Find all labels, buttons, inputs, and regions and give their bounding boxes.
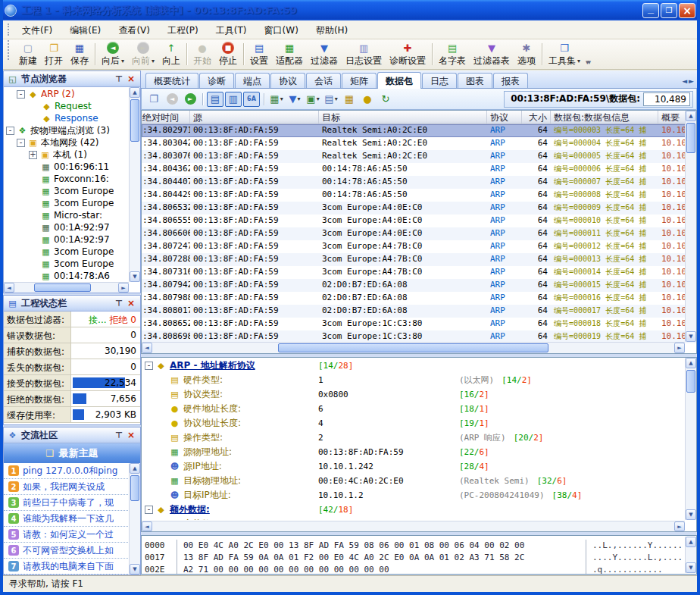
detail-row[interactable]: ▥ 字节数: 18 bytes [42/18] bbox=[142, 517, 684, 520]
topic-item[interactable]: 2 如果，我把网关设成 bbox=[4, 479, 140, 495]
detail-row[interactable]: ● 协议地址长度: 4 [19/1] bbox=[142, 416, 684, 431]
view-tab[interactable]: 数据包 bbox=[377, 72, 421, 89]
detail-row[interactable]: ☻ 源IP地址: 10.10.1.242 [28/4] bbox=[142, 459, 684, 474]
tree-item[interactable]: ▦ 3com Europe bbox=[4, 246, 140, 258]
pin-icon[interactable] bbox=[113, 298, 125, 308]
column-header-source[interactable]: 源 bbox=[190, 111, 319, 124]
filter-table-button[interactable]: ▼ 过滤器表 bbox=[470, 40, 514, 68]
toolset-button[interactable]: ❒ 工具集 ▾ bbox=[545, 40, 584, 68]
forward-button[interactable]: ► 向前 ▾ bbox=[128, 40, 158, 68]
detail-row[interactable]: - ◆ ARP - 地址解析协议 [14/28] bbox=[142, 359, 684, 373]
send-packet-icon[interactable]: ▦ bbox=[341, 92, 358, 107]
packet-row[interactable]: :34.803042 00:13:8F:AD:FA:59 Realtek Sem… bbox=[142, 137, 696, 150]
dropdown-arrow-icon[interactable]: ▾ bbox=[280, 96, 283, 102]
tree-expand-icon[interactable]: - bbox=[17, 90, 25, 99]
column-header-info[interactable]: 数据包:数据包信息 bbox=[551, 111, 658, 124]
hex-row[interactable]: 0017 13 8F AD FA 59 0A 0A 01 F2 00 E0 4C… bbox=[145, 552, 684, 564]
ptoolbar-separator[interactable] bbox=[200, 92, 205, 107]
summary-view-icon[interactable]: ▤ bbox=[207, 92, 223, 107]
prev-packet-icon[interactable]: ◄ bbox=[164, 92, 180, 107]
detail-expand-icon[interactable]: - bbox=[145, 362, 153, 370]
analysis-window-icon[interactable]: ❐ bbox=[145, 92, 162, 107]
packet-row[interactable]: :34.806606 00:13:8F:AD:FA:59 3com Europe… bbox=[142, 227, 696, 240]
packet-filter-icon[interactable]: ▼ ▾ bbox=[286, 92, 303, 107]
dropdown-arrow-icon[interactable]: ▾ bbox=[335, 96, 338, 102]
column-header-time[interactable]: 绝对时间 bbox=[142, 111, 190, 124]
packet-row[interactable]: :34.803076 00:13:8F:AD:FA:59 Realtek Sem… bbox=[142, 150, 696, 163]
tab-scroll-left-icon[interactable] bbox=[682, 77, 687, 85]
topic-item[interactable]: 7 请教我的电脑来自下面 bbox=[4, 559, 140, 575]
packet-row[interactable]: :34.804362 00:13:8F:AD:FA:59 00:14:78:A6… bbox=[142, 163, 696, 176]
filter-button[interactable]: ▼ 过滤器 bbox=[307, 40, 342, 68]
diagnosis-settings-button[interactable]: ✚ 诊断设置 bbox=[386, 40, 430, 68]
new-button[interactable]: ▢ 新建 bbox=[15, 40, 41, 68]
packet-row[interactable]: :34.807288 00:13:8F:AD:FA:59 3com Europe… bbox=[142, 253, 696, 266]
packet-row[interactable]: :34.806555 00:13:8F:AD:FA:59 3com Europe… bbox=[142, 215, 696, 227]
packet-row[interactable]: :34.802971 00:13:8F:AD:FA:59 Realtek Sem… bbox=[142, 124, 696, 137]
packet-row[interactable]: :34.807942 00:13:8F:AD:FA:59 02:D0:B7:ED… bbox=[142, 279, 696, 292]
vertical-scrollbar[interactable] bbox=[685, 358, 696, 520]
detail-row[interactable]: ☻ 目标IP地址: 10.10.1.2 (PC-200804241049) [3… bbox=[142, 488, 684, 503]
tree-item[interactable]: ▦ 00:14:78:A6 bbox=[4, 270, 140, 282]
log-settings-button[interactable]: ▥ 日志设置 bbox=[342, 40, 386, 68]
packet-row[interactable]: :34.808017 00:13:8F:AD:FA:59 02:D0:B7:ED… bbox=[142, 305, 696, 318]
save-button[interactable]: ▦ 保存 bbox=[67, 40, 92, 68]
lock-icon[interactable]: ● bbox=[359, 92, 376, 107]
menu-project[interactable]: 工程(P) bbox=[161, 23, 205, 38]
view-tab[interactable]: 矩阵 bbox=[342, 73, 377, 88]
panel-close-icon[interactable] bbox=[125, 74, 137, 84]
tree-item[interactable]: ▦ Foxconn:16: bbox=[4, 173, 140, 185]
panel-close-icon[interactable] bbox=[125, 430, 137, 440]
tree-item[interactable]: - ❖ 按物理端点浏览 (3) bbox=[4, 124, 140, 136]
column-setting-icon[interactable]: ▤ ▾ bbox=[323, 92, 339, 107]
tree-expand-icon[interactable]: - bbox=[17, 139, 25, 147]
options-button[interactable]: ✱ 选项 bbox=[514, 40, 539, 68]
dropdown-arrow-icon[interactable]: ▾ bbox=[152, 58, 155, 64]
stop-button[interactable]: ■ 停止 bbox=[215, 40, 241, 68]
detail-row[interactable]: ▤ 协议类型: 0x0800 [16/2] bbox=[142, 387, 684, 402]
packet-row[interactable]: :34.804429 00:13:8F:AD:FA:59 00:14:78:A6… bbox=[142, 189, 696, 202]
next-packet-icon[interactable]: ► bbox=[182, 92, 198, 107]
menu-tools[interactable]: 工具(T) bbox=[209, 23, 254, 38]
detail-row[interactable]: ▦ 目标物理地址: 00:E0:4C:A0:2C:E0 (Realtek Sem… bbox=[142, 474, 684, 488]
view-tab[interactable]: 诊断 bbox=[199, 73, 234, 88]
horizontal-scrollbar[interactable] bbox=[142, 342, 685, 353]
toolbar-overflow-icon[interactable] bbox=[586, 40, 595, 68]
horizontal-scrollbar[interactable] bbox=[4, 282, 129, 293]
tree-item[interactable]: ▦ 3com Europe bbox=[4, 258, 140, 270]
view-tab[interactable]: 图表 bbox=[458, 73, 492, 88]
toolbar-separator[interactable] bbox=[430, 40, 435, 68]
detail-row[interactable]: ▤ 硬件类型: 1 (以太网) [14/2] bbox=[142, 373, 684, 387]
horizontal-scrollbar[interactable] bbox=[142, 521, 685, 531]
detail-expand-icon[interactable]: - bbox=[145, 506, 153, 514]
refresh-icon[interactable]: ↻ bbox=[377, 92, 394, 107]
packet-row[interactable]: :34.806532 00:13:8F:AD:FA:59 3com Europe… bbox=[142, 202, 696, 215]
tree-item[interactable]: + ▣ 本机 (1) bbox=[4, 149, 140, 161]
ptoolbar-separator[interactable] bbox=[261, 92, 267, 107]
view-tab[interactable]: 日志 bbox=[422, 73, 457, 88]
tree-expand-icon[interactable]: - bbox=[6, 127, 14, 135]
packet-order-icon[interactable]: ▦ ▾ bbox=[268, 92, 285, 107]
topic-item[interactable]: 6 不可网管型交换机上如 bbox=[4, 543, 140, 559]
vertical-scrollbar[interactable] bbox=[129, 463, 140, 575]
tree-item[interactable]: ▦ 00:16:96:11 bbox=[4, 161, 140, 173]
menu-edit[interactable]: 编辑(E) bbox=[63, 23, 108, 38]
up-button[interactable]: ↑ 向上 bbox=[158, 40, 184, 68]
field-view-icon[interactable]: ▥ bbox=[225, 92, 242, 107]
packet-row[interactable]: :34.807316 00:13:8F:AD:FA:59 3com Europe… bbox=[142, 266, 696, 279]
dropdown-arrow-icon[interactable]: ▾ bbox=[297, 96, 300, 102]
toolbar-separator[interactable] bbox=[539, 40, 545, 68]
pin-icon[interactable] bbox=[113, 430, 125, 440]
topic-item[interactable]: 5 请教：如何定义一个过 bbox=[4, 527, 140, 543]
packet-row[interactable]: :34.807988 00:13:8F:AD:FA:59 02:D0:B7:ED… bbox=[142, 292, 696, 305]
view-tab[interactable]: 报表 bbox=[493, 73, 528, 88]
topic-item[interactable]: 4 谁能为我解释一下这几 bbox=[4, 511, 140, 527]
back-button[interactable]: ◄ 向后 ▾ bbox=[98, 40, 128, 68]
view-tab[interactable]: 端点 bbox=[235, 73, 270, 88]
hex-row[interactable]: 002E A2 71 00 00 00 00 00 00 00 00 00 00… bbox=[145, 564, 684, 575]
detail-row[interactable]: ▦ 源物理地址: 00:13:8F:AD:FA:59 [22/6] bbox=[142, 445, 684, 459]
name-table-button[interactable]: ▤ 名字表 bbox=[435, 40, 470, 68]
tree-item[interactable]: ▦ 00:1A:92:97 bbox=[4, 233, 140, 246]
view-tab[interactable]: 协议 bbox=[270, 73, 305, 88]
dropdown-arrow-icon[interactable]: ▾ bbox=[121, 58, 124, 64]
